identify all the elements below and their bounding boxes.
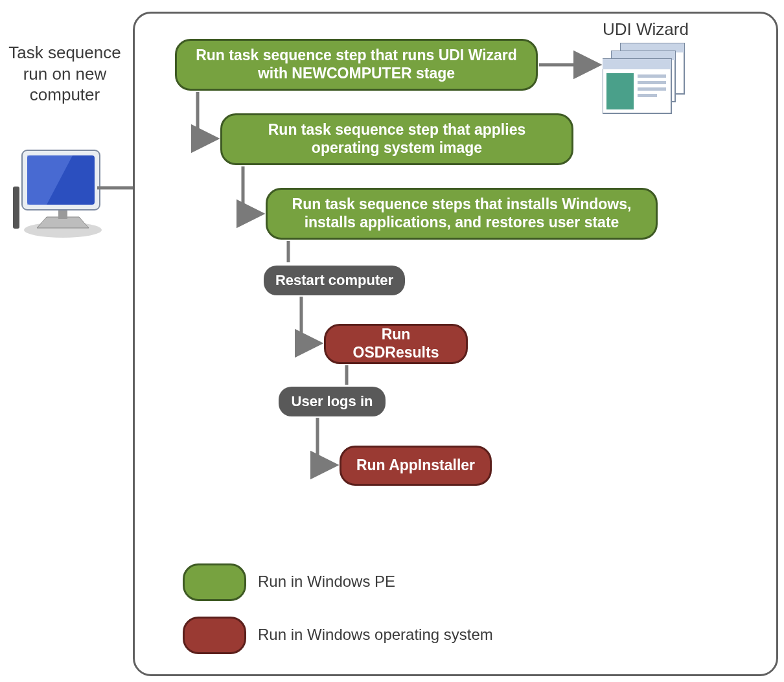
step-user-logs-in: User logs in <box>279 387 386 416</box>
svg-rect-11 <box>603 59 671 69</box>
step-install-windows: Run task sequence steps that installs Wi… <box>266 188 658 240</box>
step-run-appinstaller: Run AppInstaller <box>340 446 492 486</box>
svg-rect-14 <box>638 81 666 84</box>
legend-swatch-pe <box>183 563 246 601</box>
side-label: Task sequence run on new computer <box>6 42 123 106</box>
step-run-udi-wizard: Run task sequence step that runs UDI Wiz… <box>175 39 538 91</box>
svg-rect-15 <box>638 87 666 91</box>
step-restart-computer: Restart computer <box>264 266 405 295</box>
svg-rect-5 <box>13 187 19 229</box>
udi-wizard-label: UDI Wizard <box>603 19 689 40</box>
legend-swatch-os <box>183 617 246 654</box>
legend-label-pe: Run in Windows PE <box>258 573 395 591</box>
diagram-container: Task sequence run on new computer UDI Wi… <box>0 0 784 682</box>
step-apply-os-image: Run task sequence step that applies oper… <box>220 113 573 165</box>
step-run-osdresults: Run OSDResults <box>324 324 468 364</box>
udi-wizard-icon <box>603 42 693 117</box>
svg-rect-13 <box>638 74 666 78</box>
svg-rect-16 <box>638 94 657 97</box>
computer-icon <box>8 142 118 240</box>
legend-label-os: Run in Windows operating system <box>258 626 493 644</box>
svg-rect-12 <box>606 73 634 109</box>
